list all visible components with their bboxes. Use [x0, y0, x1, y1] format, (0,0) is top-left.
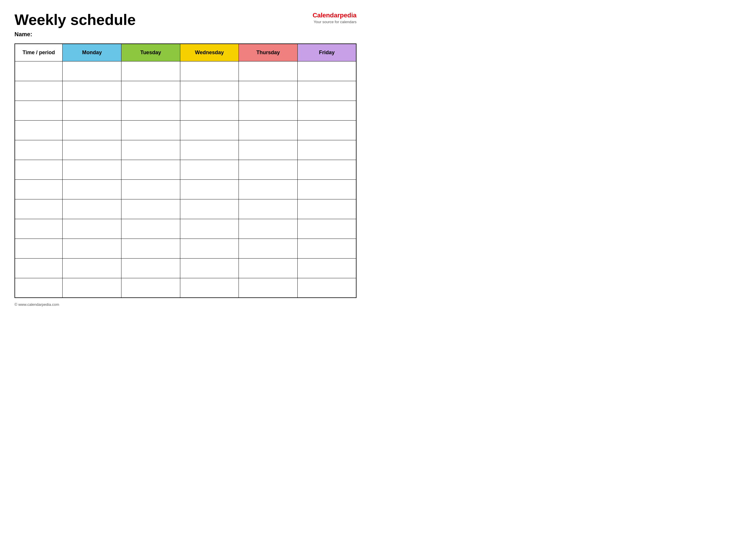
col-header-time: Time / period: [15, 44, 63, 61]
col-header-monday: Monday: [63, 44, 121, 61]
table-cell[interactable]: [180, 120, 239, 140]
logo-subtitle: Your source for calendars: [314, 20, 357, 24]
table-cell[interactable]: [15, 239, 63, 258]
table-cell[interactable]: [121, 120, 180, 140]
table-cell[interactable]: [239, 61, 298, 81]
table-cell[interactable]: [121, 180, 180, 199]
table-cell[interactable]: [298, 61, 356, 81]
table-cell[interactable]: [298, 180, 356, 199]
table-row: [15, 258, 356, 278]
table-cell[interactable]: [239, 160, 298, 180]
table-cell[interactable]: [298, 199, 356, 219]
table-cell[interactable]: [180, 101, 239, 120]
table-cell[interactable]: [298, 140, 356, 160]
table-cell[interactable]: [15, 219, 63, 239]
logo-brand: Calendar: [312, 12, 340, 19]
table-cell[interactable]: [15, 258, 63, 278]
table-cell[interactable]: [298, 81, 356, 101]
logo-text: Calendarpedia: [312, 12, 357, 19]
table-cell[interactable]: [63, 61, 121, 81]
table-cell[interactable]: [63, 160, 121, 180]
col-header-thursday: Thursday: [239, 44, 298, 61]
table-cell[interactable]: [63, 81, 121, 101]
table-cell[interactable]: [239, 120, 298, 140]
header: Weekly schedule Name: Calendarpedia Your…: [14, 12, 357, 38]
table-cell[interactable]: [63, 239, 121, 258]
page-title: Weekly schedule: [14, 12, 136, 28]
table-cell[interactable]: [121, 219, 180, 239]
table-row: [15, 120, 356, 140]
table-cell[interactable]: [63, 140, 121, 160]
table-cell[interactable]: [180, 239, 239, 258]
table-cell[interactable]: [298, 258, 356, 278]
logo-block: Calendarpedia Your source for calendars: [312, 12, 357, 24]
table-row: [15, 61, 356, 81]
table-cell[interactable]: [298, 160, 356, 180]
table-cell[interactable]: [180, 199, 239, 219]
table-cell[interactable]: [298, 120, 356, 140]
table-row: [15, 81, 356, 101]
table-cell[interactable]: [63, 180, 121, 199]
table-row: [15, 180, 356, 199]
table-cell[interactable]: [180, 180, 239, 199]
table-cell[interactable]: [180, 61, 239, 81]
table-cell[interactable]: [180, 258, 239, 278]
table-cell[interactable]: [121, 160, 180, 180]
table-row: [15, 278, 356, 298]
table-cell[interactable]: [121, 239, 180, 258]
table-cell[interactable]: [239, 81, 298, 101]
table-cell[interactable]: [15, 199, 63, 219]
table-cell[interactable]: [180, 81, 239, 101]
table-cell[interactable]: [180, 160, 239, 180]
table-cell[interactable]: [15, 101, 63, 120]
table-cell[interactable]: [121, 258, 180, 278]
table-cell[interactable]: [298, 101, 356, 120]
table-cell[interactable]: [239, 180, 298, 199]
table-cell[interactable]: [121, 101, 180, 120]
table-cell[interactable]: [180, 219, 239, 239]
col-header-wednesday: Wednesday: [180, 44, 239, 61]
table-cell[interactable]: [63, 258, 121, 278]
table-cell[interactable]: [121, 278, 180, 298]
table-row: [15, 199, 356, 219]
table-cell[interactable]: [15, 160, 63, 180]
table-row: [15, 101, 356, 120]
table-row: [15, 219, 356, 239]
table-cell[interactable]: [298, 219, 356, 239]
table-cell[interactable]: [121, 140, 180, 160]
table-cell[interactable]: [121, 81, 180, 101]
table-cell[interactable]: [121, 199, 180, 219]
table-cell[interactable]: [15, 61, 63, 81]
table-cell[interactable]: [63, 278, 121, 298]
col-header-tuesday: Tuesday: [121, 44, 180, 61]
name-label: Name:: [14, 31, 136, 38]
table-cell[interactable]: [239, 140, 298, 160]
col-header-friday: Friday: [298, 44, 356, 61]
table-cell[interactable]: [298, 239, 356, 258]
table-header: Time / period Monday Tuesday Wednesday T…: [15, 44, 356, 61]
table-cell[interactable]: [180, 140, 239, 160]
footer: © www.calendarpedia.com: [14, 302, 357, 307]
table-cell[interactable]: [239, 278, 298, 298]
table-cell[interactable]: [180, 278, 239, 298]
header-row: Time / period Monday Tuesday Wednesday T…: [15, 44, 356, 61]
table-cell[interactable]: [63, 219, 121, 239]
table-row: [15, 239, 356, 258]
table-cell[interactable]: [239, 219, 298, 239]
table-cell[interactable]: [63, 120, 121, 140]
table-cell[interactable]: [239, 101, 298, 120]
table-cell[interactable]: [298, 278, 356, 298]
title-block: Weekly schedule Name:: [14, 12, 136, 38]
table-cell[interactable]: [239, 199, 298, 219]
table-cell[interactable]: [63, 101, 121, 120]
logo-brand-accent: pedia: [340, 12, 357, 19]
table-cell[interactable]: [15, 81, 63, 101]
table-cell[interactable]: [63, 199, 121, 219]
table-cell[interactable]: [239, 258, 298, 278]
table-cell[interactable]: [15, 278, 63, 298]
table-cell[interactable]: [15, 180, 63, 199]
table-cell[interactable]: [239, 239, 298, 258]
table-cell[interactable]: [121, 61, 180, 81]
table-cell[interactable]: [15, 140, 63, 160]
table-cell[interactable]: [15, 120, 63, 140]
